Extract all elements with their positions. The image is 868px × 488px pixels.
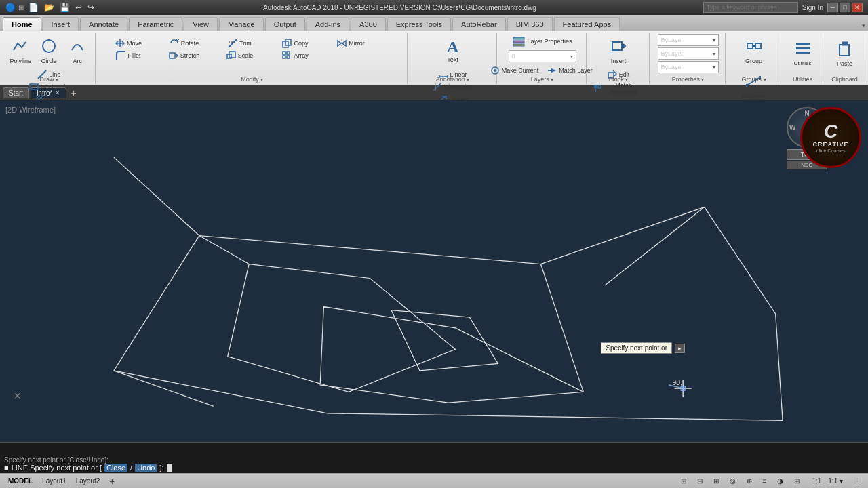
rectangle-btn[interactable]: Rectangle (22, 81, 76, 92)
tooltip-box: Specify next point or (601, 342, 672, 354)
copy-btn[interactable]: Copy (268, 38, 322, 49)
properties-group: ByLayer▾ ByLayer▾ ByLayer▾ Properties ▾ (651, 33, 726, 84)
sign-in-btn[interactable]: Sign In (802, 4, 823, 12)
compass-w: W (789, 124, 795, 131)
measure-btn[interactable]: Measure (739, 69, 768, 103)
utilities-btn[interactable]: Utilities (791, 37, 815, 70)
command-area: Specify next point or [Close/Undo]: ■ LI… (0, 442, 868, 473)
lineweight-btn[interactable]: ≡ (759, 476, 771, 485)
tab-addins[interactable]: Add-ins (307, 17, 349, 30)
match-props-btn[interactable]: Match Properties (591, 81, 646, 96)
make-current-btn[interactable]: Make Current (488, 65, 542, 76)
snap-btn[interactable]: ⊞ (677, 476, 690, 485)
close-btn[interactable]: ✕ (852, 3, 863, 12)
selection-btn[interactable]: ⊞ (790, 476, 804, 485)
workspace-btn[interactable]: ☰ (850, 476, 864, 485)
utilities-label: Utilities (794, 60, 812, 66)
annotation-group-label: Annotation ▾ (409, 76, 496, 83)
layer-prop-row: ByLayer▾ (658, 34, 719, 46)
tab-manage[interactable]: Manage (219, 17, 264, 30)
svg-line-54 (114, 371, 214, 406)
array-btn[interactable]: Array (268, 50, 322, 61)
tab-annotate[interactable]: Annotate (80, 17, 127, 30)
tab-view[interactable]: View (184, 17, 218, 30)
tab-parametric[interactable]: Parametric (129, 17, 182, 30)
maximize-btn[interactable]: □ (840, 3, 850, 12)
tab-express[interactable]: Express Tools (387, 17, 451, 30)
layout1-btn[interactable]: Layout1 (38, 476, 71, 485)
annotation-scale-btn[interactable]: 1:1 ▾ (824, 476, 847, 485)
paste-btn[interactable]: Paste (833, 37, 857, 70)
ortho-btn[interactable]: ⊞ (709, 476, 723, 485)
drawing-area[interactable]: [2D Wireframe] (0, 100, 868, 442)
osnap-btn[interactable]: ⊕ (743, 476, 756, 485)
svg-point-30 (494, 69, 496, 72)
grid-btn[interactable]: ⊟ (693, 476, 707, 485)
group-btn[interactable]: Group (742, 34, 766, 68)
tab-home[interactable]: Home (3, 17, 41, 30)
rotate-btn[interactable]: Rotate (157, 38, 211, 49)
command-undo-highlight: Undo (135, 464, 157, 472)
move-btn[interactable]: Move (101, 38, 155, 49)
add-layout-btn[interactable]: + (105, 475, 119, 487)
dimension-btn[interactable]: Dimension (426, 81, 480, 92)
tab-featured[interactable]: Featured Apps (554, 17, 620, 30)
title-bar-text: Autodesk AutoCAD 2018 - UNREGISTERED VER… (96, 4, 703, 12)
circle-btn[interactable]: Circle (35, 34, 62, 68)
minimize-btn[interactable]: ─ (827, 3, 838, 12)
save-btn[interactable]: 💾 (58, 2, 72, 13)
bylayer-dropdown-2[interactable]: ByLayer▾ (658, 47, 719, 60)
undo-btn[interactable]: ↩ (73, 2, 84, 13)
tab-autorebar[interactable]: AutoRebar (452, 17, 506, 30)
modify-group: Move Rotate Trim Copy Mirror (97, 33, 408, 84)
tooltip-expand-btn[interactable]: ▸ (675, 344, 685, 353)
text-icon: A (447, 39, 458, 55)
tab-insert[interactable]: Insert (43, 17, 79, 30)
view-label: [2D Wireframe] (5, 106, 56, 114)
mirror-btn[interactable]: Mirror (323, 38, 378, 49)
text-btn[interactable]: A Text (441, 34, 465, 68)
logo-creative: CREATIVE (813, 141, 849, 148)
command-separator: / (130, 464, 132, 472)
scale-btn[interactable]: Scale (212, 50, 267, 61)
polyline-btn[interactable]: Polyline (7, 34, 34, 68)
search-input[interactable] (703, 2, 798, 13)
paste-icon (837, 41, 853, 59)
drawing-close-btn[interactable]: ✕ (14, 390, 22, 401)
title-bar: 🔵 ⊞ 📄 📂 💾 ↩ ↪ Autodesk AutoCAD 2018 - UN… (0, 0, 868, 15)
trim-btn[interactable]: Trim (212, 38, 267, 49)
text-label: Text (447, 56, 458, 63)
tab-a360[interactable]: A360 (351, 17, 386, 30)
bylayer-dropdown-3[interactable]: ByLayer▾ (658, 61, 719, 73)
stretch-btn[interactable]: Stretch (157, 50, 211, 61)
open-btn[interactable]: 📂 (42, 2, 56, 13)
insert-icon (610, 38, 627, 56)
command-cursor[interactable] (167, 464, 172, 472)
layer-properties-btn[interactable]: Layer Properties (509, 34, 576, 49)
block-group-label: Block ▾ (588, 76, 649, 83)
redo-btn[interactable]: ↪ (85, 2, 96, 13)
bylayer-dropdown-1[interactable]: ByLayer▾ (658, 34, 719, 46)
arc-btn[interactable]: Arc (64, 34, 91, 68)
tab-bim360[interactable]: BIM 360 (507, 17, 553, 30)
tab-output[interactable]: Output (265, 17, 305, 30)
svg-rect-47 (842, 42, 848, 45)
svg-rect-35 (598, 85, 601, 88)
tab-close-icon[interactable]: ✕ (55, 89, 60, 96)
draw-group-label: Draw ▾ (3, 76, 95, 83)
logo-c: C (824, 122, 837, 141)
insert-btn[interactable]: Insert (606, 34, 631, 68)
layout2-btn[interactable]: Layout2 (72, 476, 104, 485)
modify-group-label: Modify ▾ (97, 76, 407, 83)
layer-dropdown[interactable]: 0 ▾ (509, 50, 576, 62)
properties-group-label: Properties ▾ (651, 76, 725, 83)
draw-group: Polyline Circle Arc Line (3, 33, 96, 84)
polar-btn[interactable]: ◎ (726, 476, 740, 485)
new-btn[interactable]: 📄 (26, 2, 41, 13)
zoom-level: 1:1 (812, 477, 821, 485)
fillet-btn[interactable]: Fillet (101, 50, 155, 61)
transparency-btn[interactable]: ◑ (773, 476, 787, 485)
logo-watermark: C CREATIVE nline Courses (800, 107, 861, 168)
clipboard-group: Paste Clipboard (825, 33, 865, 84)
model-btn[interactable]: MODEL (4, 476, 37, 485)
